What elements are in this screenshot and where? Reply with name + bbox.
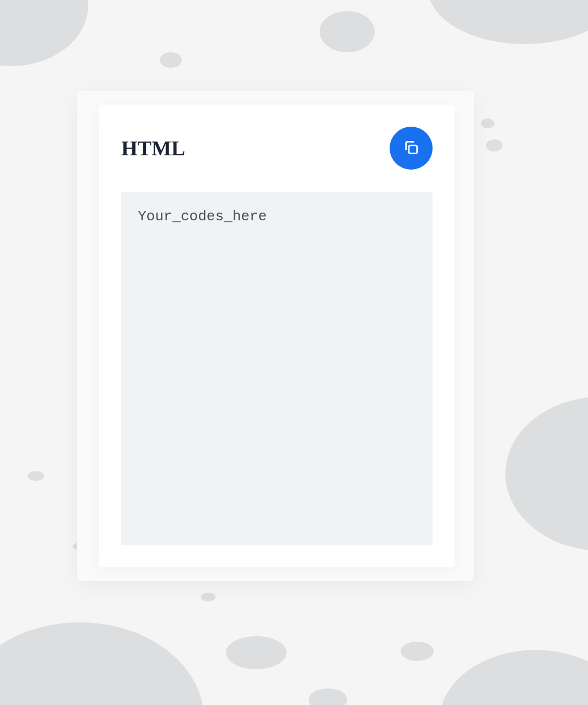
decorative-ellipse [320,11,375,52]
decorative-ellipse [0,0,88,66]
decorative-ellipse [401,642,434,661]
code-placeholder-text: Your_codes_here [138,208,267,225]
decorative-ellipse [0,622,204,705]
decorative-ellipse [439,650,588,705]
decorative-ellipse [160,52,182,68]
decorative-ellipse [201,593,215,601]
card-header: HTML [121,127,433,170]
copy-icon [402,139,420,158]
decorative-ellipse [486,139,503,151]
copy-button[interactable] [390,127,433,170]
decorative-ellipse [28,471,44,481]
code-area[interactable]: Your_codes_here [121,192,433,545]
decorative-ellipse [428,0,588,44]
code-card: HTML Your_codes_here [99,105,455,567]
decorative-ellipse [309,688,347,705]
card-title: HTML [121,136,185,160]
svg-rect-0 [409,145,417,154]
decorative-ellipse [226,636,287,669]
decorative-ellipse [505,397,588,551]
decorative-ellipse [481,118,494,128]
